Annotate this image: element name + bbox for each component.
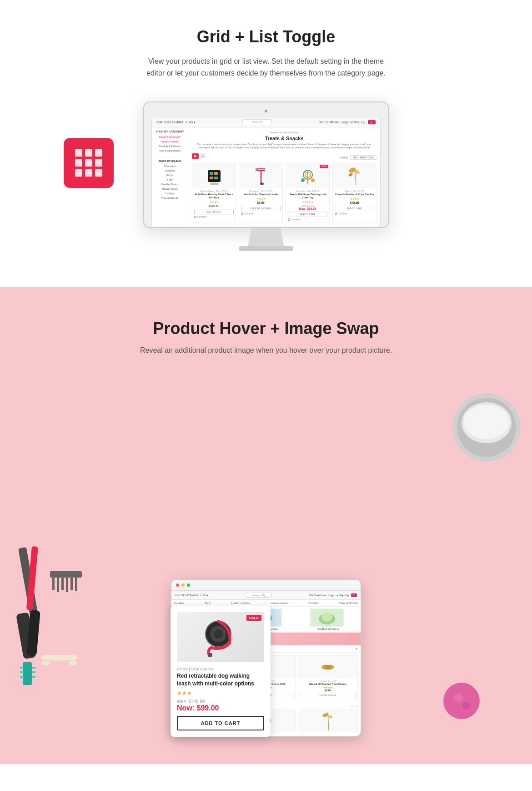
sidebar-brand-champion[interactable]: Champion (155, 164, 185, 168)
phone-product-3: Cuddies | Sku: J7-21 Natural 100 Trainin… (298, 655, 358, 702)
category-desc: You can enter a description of your cate… (192, 143, 376, 149)
cat-health[interactable]: Health & Wellness (310, 608, 346, 630)
phone-name-3: Natural 100 Training Treat Biscuits (300, 683, 356, 686)
section1-description: View your products in grid or list view.… (139, 56, 393, 79)
monitor-camera-dot (265, 110, 267, 112)
cart-icon[interactable]: 🛒 (368, 120, 376, 124)
toolbar: ▦ ≡ Sort By FEATURED ITEMS (192, 152, 376, 160)
sidebar-brand-cuddles[interactable]: Cuddles (155, 191, 185, 196)
add-to-cart-btn-4[interactable]: ADD TO CART (335, 206, 374, 211)
monitor-base (239, 246, 293, 251)
product-name-1: Multi Bone Healthy Treat 3 Piece Gift Bo… (194, 193, 234, 199)
svg-rect-28 (70, 578, 73, 590)
next-arrow[interactable]: › (356, 704, 357, 709)
phone-stars-3: ★★★★ (300, 686, 356, 689)
phone-dots (171, 580, 361, 591)
product-stars-2: ★★★★ (241, 197, 281, 200)
hover-panel: SALE Fido's | Sku: 456747 Red retractabl… (171, 606, 271, 737)
section1: Grid + List Toggle View your products in… (0, 0, 532, 287)
add-to-cart-btn-1[interactable]: ADD TO CART (194, 209, 234, 214)
svg-point-13 (301, 178, 305, 182)
svg-rect-78 (208, 653, 212, 657)
sidebar-item-toys[interactable]: Toys & Accessories (155, 148, 185, 153)
grid-dot (85, 169, 92, 177)
product-card-3: SALE (286, 163, 330, 223)
nav-cuddles: Cuddles (308, 602, 318, 604)
compare-3[interactable]: Compare (288, 218, 327, 221)
hover-stars: ★★★ (177, 690, 264, 696)
shop-sidebar: SHOP BY CATEGORY Health & Nutrition ▾ Tr… (152, 127, 188, 227)
section2-description: Reveal an additional product image when … (9, 346, 523, 355)
svg-point-14 (311, 178, 315, 182)
phone-prod-img-r2-3 (298, 710, 357, 733)
sale-badge-3: SALE (320, 165, 328, 168)
product-stars-1: ★★★★ (194, 200, 234, 203)
product-brand-3: Poochies | Sku: LST-18 (288, 190, 327, 193)
product-price-2: $9.99 (241, 201, 281, 204)
compare-4[interactable]: Compare (335, 212, 374, 215)
svg-point-33 (41, 661, 50, 665)
svg-point-57 (321, 613, 332, 622)
browser-bar: Call: 512-123-4567 USD ▾ Search Gift Cer… (152, 117, 380, 127)
phone-search[interactable]: Search 🔍 (246, 593, 272, 598)
header-links: Gift Certificate Login or Sign Up 🛒 (319, 121, 376, 124)
sidebar-brand-nature[interactable]: Nature Values (155, 187, 185, 191)
tools-svg (9, 544, 95, 690)
phone-choose-3[interactable]: CHOOSE OPTIONS (300, 693, 356, 697)
sidebar-brand-viewall[interactable]: View all Brands (155, 196, 185, 200)
svg-rect-1 (210, 172, 213, 175)
sidebar-item-training[interactable]: Training & Behavior (155, 144, 185, 148)
product-brand-4: Fido's | Sku: LST-18 (335, 190, 374, 193)
svg-rect-39 (32, 667, 35, 669)
list-view-btn[interactable]: ≡ (200, 153, 206, 159)
product-image-svg-3 (299, 167, 316, 186)
svg-rect-26 (61, 578, 64, 590)
svg-rect-29 (75, 578, 77, 591)
hover-was: Was: $149.99 (177, 699, 264, 704)
svg-point-5 (210, 183, 219, 185)
compare-2[interactable]: Compare (241, 212, 281, 215)
phone-number-2: Call: 512-123-4567 USD ▾ (175, 593, 208, 597)
svg-rect-66 (325, 665, 331, 669)
product-card-4: Fido's | Sku: LST-18 Cheetah Feather & R… (332, 163, 376, 223)
sort-select[interactable]: FEATURED ITEMS (350, 155, 376, 160)
sidebar-item-health[interactable]: Health & Nutrition ▾ (155, 135, 185, 139)
grid-dot (75, 149, 82, 157)
prev-arrow[interactable]: ‹ (351, 704, 353, 709)
svg-point-45 (464, 405, 509, 439)
decorative-tools-left (9, 544, 95, 691)
sidebar-brand-poochies[interactable]: Poochies (155, 168, 185, 173)
product-now-3: Now: $29.99 (288, 207, 327, 210)
section2-content: Call: 512-123-4567 USD ▾ Search 🔍 Gift C… (9, 373, 523, 737)
sidebar-brand-flyte[interactable]: Flyte (155, 177, 185, 182)
sidebar-item-treats[interactable]: Treats & Snacks (155, 139, 185, 144)
grid-dot (85, 149, 92, 157)
svg-rect-27 (66, 578, 68, 592)
svg-rect-3 (210, 177, 213, 179)
svg-rect-32 (46, 655, 72, 660)
sidebar-brand-healthy[interactable]: Healthy Choice (155, 182, 185, 187)
monitor: Call: 512-123-4567 USD ▾ Search Gift Cer… (143, 101, 389, 228)
hover-add-to-cart-btn[interactable]: ADD TO CART (177, 716, 264, 730)
product-grid: Nature Values | Sku: LST-17 Multi Bone H… (192, 163, 376, 223)
product-name-3: Tennis Ball Rope Teething and Chew Toy (288, 193, 327, 199)
product-image-svg-1 (206, 167, 223, 186)
section1-title: Grid + List Toggle (9, 27, 523, 46)
ball-svg (441, 680, 482, 721)
product-info-2: Champion | Sku: LST-19 Hot Pink Pet Stan… (239, 188, 282, 217)
svg-rect-25 (57, 578, 59, 592)
svg-point-34 (69, 661, 77, 665)
search-bar[interactable]: Search (242, 119, 271, 125)
product-image-svg-4 (346, 167, 363, 186)
svg-point-77 (214, 629, 223, 639)
featured-nav-arrow[interactable]: › (356, 647, 357, 650)
choose-options-btn-2[interactable]: CHOOSE OPTIONS (241, 206, 281, 211)
grid-view-btn[interactable]: ▦ (192, 153, 199, 159)
add-to-cart-btn-3[interactable]: ADD TO CART (288, 212, 327, 217)
sidebar-brand-fidos[interactable]: Fido's (155, 173, 185, 177)
svg-rect-37 (20, 671, 24, 673)
decorative-bowl-right (432, 373, 523, 466)
phone-cart[interactable]: 🛒 (351, 593, 357, 597)
compare-1[interactable]: Compare (194, 215, 234, 218)
monitor-screen: Call: 512-123-4567 USD ▾ Search Gift Cer… (151, 117, 381, 227)
